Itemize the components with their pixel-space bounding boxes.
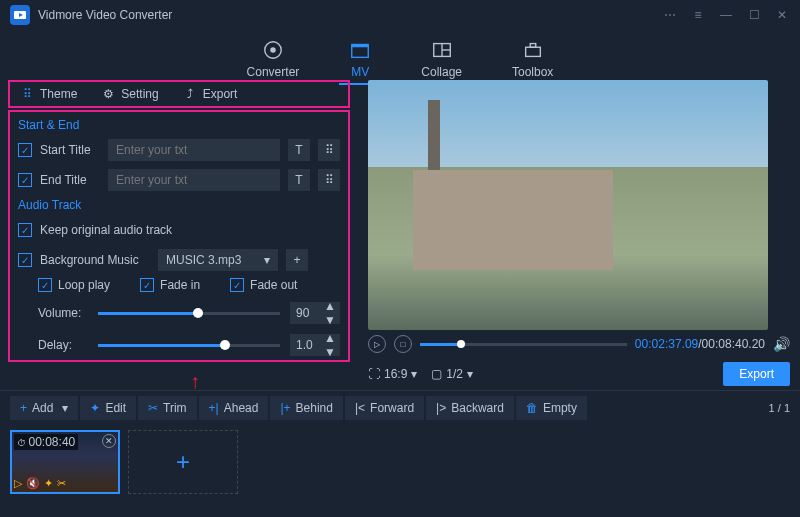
- bg-music-label: Background Music: [40, 253, 150, 267]
- start-title-input[interactable]: [108, 139, 280, 161]
- page-select[interactable]: ▢1/2▾: [431, 367, 473, 381]
- thumb-edit-icon[interactable]: ✦: [44, 477, 53, 490]
- collage-icon: [431, 39, 453, 61]
- start-grid-button[interactable]: ⠿: [318, 139, 340, 161]
- fade-out-checkbox[interactable]: [230, 278, 244, 292]
- maximize-icon[interactable]: ☐: [746, 7, 762, 23]
- ahead-button[interactable]: +|Ahead: [199, 396, 269, 420]
- current-time: 00:02:37.09: [635, 337, 698, 351]
- volume-label: Volume:: [38, 306, 88, 320]
- page-info: 1 / 1: [769, 402, 790, 414]
- theme-icon: ⠿: [20, 87, 34, 101]
- delay-spinner[interactable]: 1.0▲▼: [290, 334, 340, 356]
- empty-button[interactable]: 🗑Empty: [516, 396, 587, 420]
- titlebar: Vidmore Video Converter ⋯ ≡ — ☐ ✕: [0, 0, 800, 30]
- add-button[interactable]: +Add▾: [10, 396, 78, 420]
- app-logo: [10, 5, 30, 25]
- end-text-style-button[interactable]: T: [288, 169, 310, 191]
- svg-point-3: [270, 47, 276, 53]
- backward-button[interactable]: |>Backward: [426, 396, 514, 420]
- converter-icon: [262, 39, 284, 61]
- nav-toolbox[interactable]: Toolbox: [502, 35, 563, 83]
- add-music-button[interactable]: +: [286, 249, 308, 271]
- preview-panel: ▷ □ 00:02:37.09/00:08:40.20 🔊 ⛶16:9▾ ▢1/…: [358, 80, 800, 390]
- start-title-label: Start Title: [40, 143, 100, 157]
- edit-button[interactable]: ✦Edit: [80, 396, 136, 420]
- settings-panel: ⠿ Theme ⚙ Setting ⤴ Export Start & End S…: [0, 80, 358, 390]
- thumb-trim-icon[interactable]: ✂: [57, 477, 66, 490]
- play-button[interactable]: ▷: [368, 335, 386, 353]
- bg-music-checkbox[interactable]: [18, 253, 32, 267]
- delay-slider[interactable]: [98, 344, 280, 347]
- bg-music-select[interactable]: MUSIC 3.mp3 ▾: [158, 249, 278, 271]
- tab-setting[interactable]: ⚙ Setting: [91, 83, 168, 105]
- close-icon[interactable]: ✕: [774, 7, 790, 23]
- progress-bar[interactable]: [420, 343, 627, 346]
- section-start-end: Start & End: [18, 118, 340, 132]
- annotation-arrow: ↑: [190, 370, 200, 393]
- end-title-checkbox[interactable]: [18, 173, 32, 187]
- keep-original-checkbox[interactable]: [18, 223, 32, 237]
- video-preview[interactable]: [368, 80, 768, 330]
- volume-spinner[interactable]: 90▲▼: [290, 302, 340, 324]
- nav-converter[interactable]: Converter: [237, 35, 310, 83]
- start-title-checkbox[interactable]: [18, 143, 32, 157]
- nav-collage[interactable]: Collage: [411, 35, 472, 83]
- aspect-ratio-select[interactable]: ⛶16:9▾: [368, 367, 417, 381]
- main-nav: Converter MV Collage Toolbox: [0, 30, 800, 80]
- add-clip-button[interactable]: +: [128, 430, 238, 494]
- end-title-label: End Title: [40, 173, 100, 187]
- mv-icon: [349, 39, 371, 61]
- volume-slider[interactable]: [98, 312, 280, 315]
- start-text-style-button[interactable]: T: [288, 139, 310, 161]
- tab-export[interactable]: ⤴ Export: [173, 83, 248, 105]
- svg-rect-10: [530, 44, 536, 48]
- thumbnail-strip: ⏱ 00:08:40 ✕ ▷ 🔇 ✦ ✂ +: [0, 424, 800, 500]
- behind-button[interactable]: |+Behind: [270, 396, 343, 420]
- feedback-icon[interactable]: ⋯: [662, 7, 678, 23]
- export-button[interactable]: Export: [723, 362, 790, 386]
- delay-label: Delay:: [38, 338, 88, 352]
- menu-icon[interactable]: ≡: [690, 7, 706, 23]
- export-icon: ⤴: [183, 87, 197, 101]
- app-title: Vidmore Video Converter: [38, 8, 172, 22]
- thumb-mute-icon[interactable]: 🔇: [26, 477, 40, 490]
- total-time: /00:08:40.20: [698, 337, 765, 351]
- clip-toolbar: +Add▾ ✦Edit ✂Trim +|Ahead |+Behind |<For…: [0, 390, 800, 424]
- chevron-down-icon: ▾: [264, 253, 270, 267]
- section-audio-track: Audio Track: [18, 198, 340, 212]
- nav-mv[interactable]: MV: [339, 35, 381, 85]
- stop-button[interactable]: □: [394, 335, 412, 353]
- clip-duration: ⏱ 00:08:40: [14, 434, 78, 450]
- setting-icon: ⚙: [101, 87, 115, 101]
- trim-button[interactable]: ✂Trim: [138, 396, 197, 420]
- forward-button[interactable]: |<Forward: [345, 396, 424, 420]
- plus-icon: +: [176, 448, 190, 476]
- minimize-icon[interactable]: —: [718, 7, 734, 23]
- svg-rect-9: [525, 47, 540, 56]
- fade-in-checkbox[interactable]: [140, 278, 154, 292]
- volume-icon[interactable]: 🔊: [773, 336, 790, 352]
- clip-thumbnail[interactable]: ⏱ 00:08:40 ✕ ▷ 🔇 ✦ ✂: [10, 430, 120, 494]
- svg-rect-5: [352, 45, 369, 48]
- toolbox-icon: [522, 39, 544, 61]
- loop-play-checkbox[interactable]: [38, 278, 52, 292]
- end-grid-button[interactable]: ⠿: [318, 169, 340, 191]
- thumb-play-icon[interactable]: ▷: [14, 477, 22, 490]
- end-title-input[interactable]: [108, 169, 280, 191]
- tab-theme[interactable]: ⠿ Theme: [10, 83, 87, 105]
- keep-original-label: Keep original audio track: [40, 223, 172, 237]
- remove-clip-button[interactable]: ✕: [102, 434, 116, 448]
